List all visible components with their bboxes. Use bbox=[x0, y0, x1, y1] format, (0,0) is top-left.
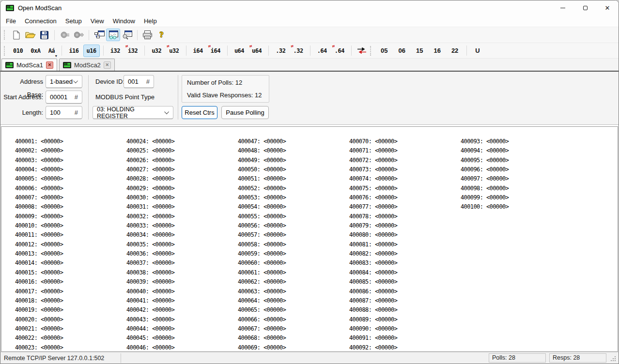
format-int32-swapped-button[interactable]: i32⇄ bbox=[124, 45, 141, 57]
format-function-16-button[interactable]: 16 bbox=[429, 45, 445, 57]
pause-polling-button[interactable]: Pause Polling bbox=[221, 106, 269, 119]
byte-swap-mark-icon: ⇄ bbox=[291, 44, 293, 48]
register-entry: 400060: <00000> bbox=[238, 258, 286, 268]
register-entry: 400040: <00000> bbox=[126, 287, 174, 296]
poll-stats-box: Number of Polls: 12 Valid Slave Response… bbox=[182, 75, 269, 103]
register-entry: 400004: <00000> bbox=[15, 165, 63, 174]
register-entry: 400055: <00000> bbox=[238, 212, 286, 221]
format-uint16-button[interactable]: u16 bbox=[83, 45, 100, 57]
register-entry: 400044: <00000> bbox=[126, 324, 174, 334]
format-uint64-swapped-button[interactable]: u64⇄ bbox=[248, 45, 265, 57]
print-button[interactable] bbox=[140, 29, 155, 41]
register-entry: 400020: <00000> bbox=[15, 315, 63, 324]
register-entry: 400073: <00000> bbox=[349, 165, 397, 174]
register-entry: 400093: <00000> bbox=[461, 137, 509, 146]
byte-order-swap-button[interactable] bbox=[355, 45, 369, 57]
format-int64-button[interactable]: i64 bbox=[190, 45, 206, 57]
format-button-label: 22 bbox=[451, 47, 458, 54]
address-base-select[interactable]: 1-based bbox=[46, 75, 82, 88]
register-display: 400001: <00000>400002: <00000>400003: <0… bbox=[1, 126, 618, 352]
format-hex-button[interactable]: 0xA bbox=[27, 45, 44, 57]
menu-help[interactable]: Help bbox=[139, 16, 161, 26]
tab-label: ModSca1 bbox=[16, 61, 43, 69]
toolbar-gripper[interactable] bbox=[370, 46, 372, 56]
length-input[interactable]: 100 # bbox=[46, 106, 82, 119]
menu-view[interactable]: View bbox=[86, 16, 108, 26]
device-id-input[interactable]: 001 # bbox=[124, 75, 154, 88]
register-entry: 400099: <00000> bbox=[461, 193, 509, 202]
reset-counters-button[interactable]: Reset Ctrs bbox=[182, 106, 217, 119]
register-entry: 400051: <00000> bbox=[238, 174, 286, 183]
connect-button[interactable] bbox=[58, 29, 72, 41]
numeric-format-suffix: # bbox=[146, 78, 150, 85]
register-entry: 400005: <00000> bbox=[15, 174, 63, 183]
disconnect-button[interactable] bbox=[72, 29, 86, 41]
format-uint64-button[interactable]: u64 bbox=[231, 45, 248, 57]
register-column: 400001: <00000>400002: <00000>400003: <0… bbox=[15, 137, 63, 352]
register-entry: 400035: <00000> bbox=[126, 240, 174, 249]
register-entry: 400057: <00000> bbox=[238, 230, 286, 240]
register-entry: 400096: <00000> bbox=[461, 165, 509, 174]
format-ansi-button[interactable]: Aá▼ bbox=[45, 45, 58, 57]
document-tab-bar: ModSca1 ✕ ModSca2 ✕ bbox=[0, 59, 619, 72]
tab-close-button[interactable]: ✕ bbox=[104, 61, 111, 69]
toolbar-gripper[interactable] bbox=[4, 30, 6, 40]
format-float32-button[interactable]: .32 bbox=[272, 45, 289, 57]
register-entry: 400087: <00000> bbox=[349, 296, 397, 305]
close-button[interactable]: ✕ bbox=[596, 0, 619, 15]
menu-window[interactable]: Window bbox=[108, 16, 139, 26]
point-type-select[interactable]: 03: HOLDING REGISTER bbox=[93, 106, 173, 119]
register-entry: 400070: <00000> bbox=[349, 137, 397, 146]
minimize-button[interactable] bbox=[552, 0, 574, 15]
toolbar-gripper[interactable] bbox=[4, 46, 6, 56]
format-function-22-button[interactable]: 22 bbox=[447, 45, 463, 57]
format-int64-swapped-button[interactable]: i64⇄ bbox=[207, 45, 224, 57]
data-display-button[interactable] bbox=[106, 29, 120, 41]
maximize-button[interactable] bbox=[574, 0, 596, 15]
numeric-format-suffix: # bbox=[75, 93, 78, 101]
format-function-06-button[interactable]: 06 bbox=[393, 45, 410, 57]
register-entry: 400053: <00000> bbox=[238, 193, 286, 202]
tab-modsca2[interactable]: ModSca2 ✕ bbox=[59, 59, 115, 71]
toolbar-separator bbox=[144, 46, 145, 56]
format-function-15-button[interactable]: 15 bbox=[411, 45, 428, 57]
help-icon: ? bbox=[160, 30, 164, 39]
extended-display-button[interactable] bbox=[120, 29, 134, 41]
tab-close-button[interactable]: ✕ bbox=[46, 61, 53, 69]
help-button[interactable]: ? bbox=[155, 29, 169, 41]
resize-grip[interactable] bbox=[610, 354, 617, 362]
format-function-05-button[interactable]: 05 bbox=[376, 45, 392, 57]
format-int16-button[interactable]: i16 bbox=[65, 45, 82, 57]
window-title: Open ModScan bbox=[18, 4, 62, 12]
register-entry: 400021: <00000> bbox=[15, 324, 63, 334]
save-file-button[interactable] bbox=[37, 29, 51, 41]
close-icon: ✕ bbox=[106, 62, 109, 67]
byte-order-swap-icon bbox=[356, 47, 367, 54]
menu-file[interactable]: File bbox=[1, 16, 20, 26]
format-float32-swapped-button[interactable]: .32⇄ bbox=[290, 45, 306, 57]
tab-modsca1[interactable]: ModSca1 ✕ bbox=[1, 59, 57, 71]
register-entry: 400077: <00000> bbox=[349, 202, 397, 212]
format-uint32-swapped-button[interactable]: u32⇄ bbox=[166, 45, 182, 57]
menu-setup[interactable]: Setup bbox=[61, 16, 86, 26]
format-int32-button[interactable]: i32 bbox=[107, 45, 124, 57]
format-button-label: i64 bbox=[193, 47, 203, 54]
menu-connection[interactable]: Connection bbox=[20, 16, 61, 26]
start-address-input[interactable]: 00001 # bbox=[46, 91, 82, 104]
format-float64-swapped-button[interactable]: .64⇄ bbox=[331, 45, 348, 57]
close-icon: ✕ bbox=[605, 4, 610, 12]
register-entry: 400095: <00000> bbox=[461, 156, 509, 165]
register-entry: 400090: <00000> bbox=[349, 324, 397, 334]
display-definition-button[interactable] bbox=[92, 29, 106, 41]
dropdown-caret-icon: ▼ bbox=[55, 54, 57, 58]
register-entry: 400002: <00000> bbox=[15, 146, 63, 155]
format-binary-button[interactable]: 010 bbox=[10, 45, 26, 57]
open-file-button[interactable] bbox=[23, 29, 37, 41]
register-entry: 400046: <00000> bbox=[126, 343, 174, 352]
format-uint32-button[interactable]: u32 bbox=[148, 45, 165, 57]
format-user-defined-button[interactable]: U bbox=[470, 45, 484, 57]
format-button-label: i32 bbox=[110, 47, 120, 54]
format-button-label: 05 bbox=[381, 47, 387, 54]
format-float64-button[interactable]: .64 bbox=[314, 45, 330, 57]
new-file-button[interactable] bbox=[9, 29, 23, 41]
